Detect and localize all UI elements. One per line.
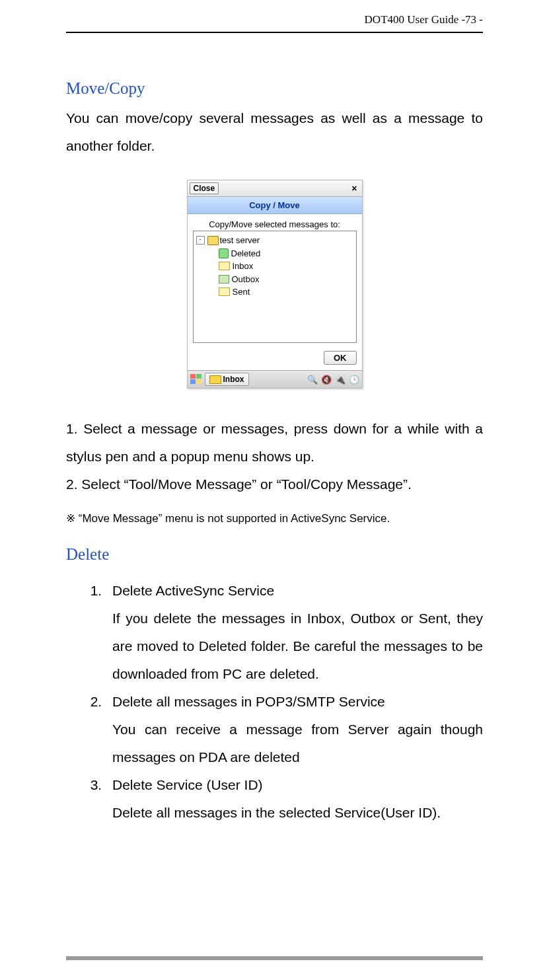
tray-clock-icon[interactable]: 🕒 bbox=[349, 375, 359, 385]
delete-item-title: Delete Service (User ID) bbox=[112, 771, 483, 799]
tree-root[interactable]: - test server bbox=[196, 234, 353, 247]
delete-list: Delete ActiveSync Service If you delete … bbox=[66, 577, 483, 827]
inbox-icon bbox=[219, 262, 230, 270]
tray-power-icon[interactable]: 🔌 bbox=[335, 375, 346, 385]
delete-item-2: Delete all messages in POP3/SMTP Service… bbox=[106, 688, 483, 771]
tray-search-icon[interactable]: 🔍 bbox=[307, 375, 318, 385]
delete-item-desc: Delete all messages in the selected Serv… bbox=[112, 799, 483, 827]
system-tray: 🔍 🔇 🔌 🕒 bbox=[307, 375, 359, 385]
taskbar: Inbox 🔍 🔇 🔌 🕒 bbox=[188, 370, 362, 388]
tree-root-label: test server bbox=[220, 234, 260, 247]
taskbar-inbox-label: Inbox bbox=[223, 375, 244, 384]
delete-item-3: Delete Service (User ID) Delete all mess… bbox=[106, 771, 483, 827]
section-heading-move-copy: Move/Copy bbox=[66, 79, 483, 98]
deleted-icon bbox=[219, 248, 229, 258]
move-copy-step1: 1. Select a message or messages, press d… bbox=[66, 415, 483, 471]
move-copy-step2: 2. Select “Tool/Move Message” or “Tool/C… bbox=[66, 471, 483, 498]
move-copy-note: ※ “Move Message” menu is not supported i… bbox=[66, 511, 483, 525]
folder-tree[interactable]: - test server Deleted Inbox Outbox bbox=[193, 231, 357, 343]
tree-leaf-label: Inbox bbox=[233, 260, 254, 273]
outbox-icon bbox=[219, 275, 229, 283]
close-icon[interactable]: × bbox=[349, 183, 359, 194]
delete-item-1: Delete ActiveSync Service If you delete … bbox=[106, 577, 483, 688]
delete-item-desc: If you delete the messages in Inbox, Out… bbox=[112, 605, 483, 688]
envelope-icon bbox=[209, 375, 221, 384]
close-button[interactable]: Close bbox=[190, 182, 219, 194]
move-copy-intro: You can move/copy several messages as we… bbox=[66, 104, 483, 160]
tree-leaf-inbox[interactable]: Inbox bbox=[219, 260, 353, 273]
page-header-text: DOT400 User Guide -73 - bbox=[365, 13, 483, 26]
dialog-prompt: Copy/Move selected messages to: bbox=[188, 214, 362, 231]
tree-leaf-deleted[interactable]: Deleted bbox=[219, 247, 353, 260]
delete-item-title: Delete ActiveSync Service bbox=[112, 577, 483, 605]
tray-volume-icon[interactable]: 🔇 bbox=[321, 375, 332, 385]
delete-item-desc: You can receive a message from Server ag… bbox=[112, 716, 483, 771]
start-icon[interactable] bbox=[190, 374, 202, 385]
figure-container: Close × Copy / Move Copy/Move selected m… bbox=[66, 180, 483, 389]
page-footer-bar bbox=[66, 956, 483, 960]
taskbar-inbox-button[interactable]: Inbox bbox=[205, 373, 249, 386]
tree-leaf-outbox[interactable]: Outbox bbox=[219, 273, 353, 286]
collapse-icon[interactable]: - bbox=[196, 236, 205, 245]
copy-move-dialog-figure: Close × Copy / Move Copy/Move selected m… bbox=[187, 180, 363, 389]
tree-leaf-label: Sent bbox=[233, 285, 250, 299]
tree-leaf-label: Deleted bbox=[231, 247, 261, 260]
folder-icon bbox=[207, 236, 219, 245]
dialog-caption: Copy / Move bbox=[188, 196, 362, 214]
page-header: DOT400 User Guide -73 - bbox=[66, 13, 483, 33]
sent-icon bbox=[219, 287, 230, 296]
delete-item-title: Delete all messages in POP3/SMTP Service bbox=[112, 688, 483, 716]
section-heading-delete: Delete bbox=[66, 545, 483, 564]
dialog-button-row: OK bbox=[188, 348, 362, 370]
ok-button[interactable]: OK bbox=[324, 351, 357, 365]
tree-leaf-label: Outbox bbox=[232, 273, 260, 286]
tree-leaf-sent[interactable]: Sent bbox=[219, 285, 353, 299]
dialog-titlebar: Close × bbox=[188, 180, 362, 196]
